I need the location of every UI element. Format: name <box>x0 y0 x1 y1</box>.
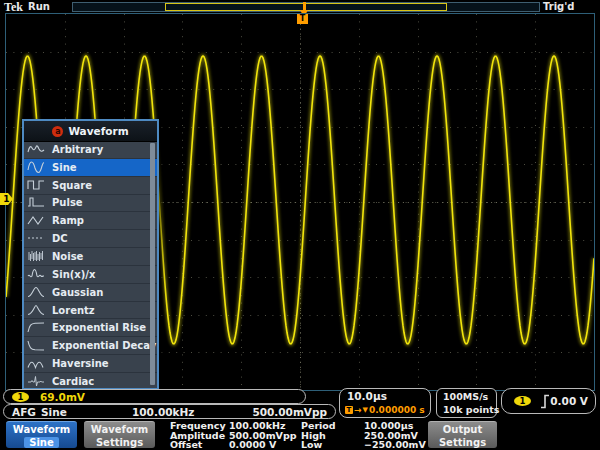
menu-item-label: Gaussian <box>52 287 103 298</box>
afg-param-values-col2: 10.000µs 250.00mV −250.00mV <box>364 421 426 450</box>
menu-item-label: Arbitrary <box>52 144 103 155</box>
menu-item-gaussian[interactable]: Gaussian <box>24 284 157 302</box>
sine-wave-icon <box>27 161 45 174</box>
menu-item-label: Noise <box>52 251 83 262</box>
button-line1: Waveform <box>6 423 77 436</box>
param-value: 0.0000 V <box>229 440 297 450</box>
menu-item-label: Haversine <box>52 358 109 369</box>
afg-param-labels-col2: Period High Low <box>301 421 336 450</box>
haversine-wave-icon <box>27 357 45 370</box>
oscilloscope-screen: Tek Run Trig'd T 1 a Waveform Arbitrary … <box>0 0 600 450</box>
softkey-bar: Waveform Sine Waveform Settings Frequenc… <box>0 419 600 450</box>
menu-item-haversine[interactable]: Haversine <box>24 355 157 373</box>
afg-waveform-label: Sine <box>41 406 67 418</box>
channel1-readout: 1 69.0mV <box>3 389 306 404</box>
waveform-menu-list: Arbitrary Sine Square Pulse Ramp DC Nois… <box>24 141 157 388</box>
arbitrary-wave-icon <box>27 143 45 156</box>
trigger-delay-value: 0.000000 s <box>369 405 425 415</box>
exp-decay-icon <box>27 339 45 352</box>
button-line1: Waveform <box>84 423 155 436</box>
output-settings-button[interactable]: Output Settings <box>428 421 497 448</box>
waveform-settings-button[interactable]: Waveform Settings <box>84 421 155 448</box>
menu-item-square[interactable]: Square <box>24 177 157 195</box>
afg-param-values-col1: 100.00kHz 500.00mVpp 0.0000 V <box>229 421 297 450</box>
menu-item-lorentz[interactable]: Lorentz <box>24 302 157 320</box>
menu-item-arbitrary[interactable]: Arbitrary <box>24 141 157 159</box>
noise-wave-icon <box>27 250 45 263</box>
trigger-status: Trig'd <box>543 1 574 12</box>
menu-item-exponential-decay[interactable]: Exponential Decay <box>24 337 157 355</box>
button-line1: Output <box>428 423 497 436</box>
afg-readout: AFG Sine 100.00kHz 500.00mVpp <box>3 404 336 419</box>
trigger-level: 0.00 V <box>550 395 588 407</box>
afg-frequency: 100.00kHz <box>132 406 194 418</box>
waveform-sine-button[interactable]: Waveform Sine <box>6 421 77 448</box>
param-label: Offset <box>170 440 226 450</box>
menu-item-label: Cardiac <box>52 376 94 387</box>
param-value: −250.00mV <box>364 440 426 450</box>
lorentz-wave-icon <box>27 304 45 317</box>
menu-item-label: DC <box>52 233 68 244</box>
menu-item-label: Exponential Decay <box>52 340 156 351</box>
trigger-position-flag: T <box>297 14 308 24</box>
menu-item-label: Square <box>52 180 92 191</box>
menu-item-label: Sin(x)/x <box>52 269 95 280</box>
menu-item-label: Ramp <box>52 215 84 226</box>
arrow-right-icon: → <box>354 405 362 415</box>
multipurpose-a-knob-icon: a <box>52 126 63 137</box>
trigger-t-icon: T <box>345 406 353 414</box>
horizontal-readout: 10.0µs T → ▼ 0.000000 s <box>339 388 431 418</box>
sinc-wave-icon <box>27 268 45 281</box>
menu-item-exponential-rise[interactable]: Exponential Rise <box>24 319 157 337</box>
pulse-wave-icon <box>27 196 45 209</box>
trigger-delay-readout: T → ▼ 0.000000 s <box>345 405 425 415</box>
waveform-menu: a Waveform Arbitrary Sine Square Pulse R… <box>22 119 159 390</box>
ramp-wave-icon <box>27 214 45 227</box>
dc-level-icon <box>27 232 45 245</box>
menu-item-label: Exponential Rise <box>52 322 146 333</box>
waveform-menu-title: a Waveform <box>24 121 157 142</box>
channel1-badge: 1 <box>12 392 29 402</box>
menu-item-label: Pulse <box>52 197 83 208</box>
afg-source-label: AFG <box>12 406 36 418</box>
menu-scrollbar[interactable] <box>150 143 155 385</box>
square-wave-icon <box>27 179 45 192</box>
menu-item-label: Lorentz <box>52 305 95 316</box>
afg-param-labels-col1: Frequency Amplitude Offset <box>170 421 226 450</box>
button-line2: Settings <box>428 436 497 449</box>
menu-title-label: Waveform <box>68 125 128 137</box>
trigger-readout: 1 0.00 V <box>501 388 596 414</box>
channel1-scale: 69.0mV <box>40 391 85 403</box>
exp-rise-icon <box>27 321 45 334</box>
button-line2: Sine <box>24 437 59 448</box>
param-label: Low <box>301 440 336 450</box>
acquisition-readout: 100MS/s 10k points <box>436 388 497 418</box>
rising-edge-icon <box>540 394 550 409</box>
menu-item-label: Sine <box>52 162 77 173</box>
expansion-marker-icon: ▼ <box>363 406 368 414</box>
menu-item-sine[interactable]: Sine <box>24 159 157 177</box>
acquisition-status: Run <box>28 1 50 12</box>
menu-item-ramp[interactable]: Ramp <box>24 212 157 230</box>
record-trigger-marker <box>303 2 306 10</box>
menu-item-noise[interactable]: Noise <box>24 248 157 266</box>
trigger-source-badge: 1 <box>514 396 531 406</box>
menu-item-sinc[interactable]: Sin(x)/x <box>24 266 157 284</box>
button-line2: Settings <box>84 436 155 449</box>
afg-amplitude: 500.00mVpp <box>252 406 327 418</box>
cardiac-wave-icon <box>27 375 45 388</box>
menu-item-pulse[interactable]: Pulse <box>24 195 157 213</box>
horizontal-scale: 10.0µs <box>347 390 387 402</box>
menu-item-dc[interactable]: DC <box>24 230 157 248</box>
sample-rate: 100MS/s <box>443 391 488 402</box>
gaussian-wave-icon <box>27 286 45 299</box>
record-length: 10k points <box>443 404 499 415</box>
